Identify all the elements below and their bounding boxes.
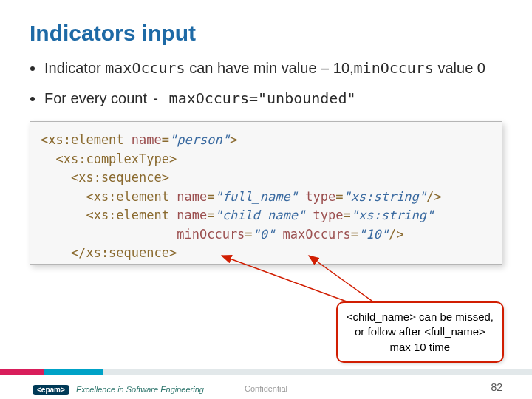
callout-line: <child_name> can be missed, [347, 310, 494, 323]
bullet-item: For every count - maxOccurs="unbounded" [44, 88, 502, 109]
slide-title: Indicators input [30, 21, 502, 46]
code-text: maxOccurs [105, 59, 185, 77]
footer-color-bar [0, 369, 532, 375]
text: value 0 [434, 60, 485, 76]
code-block: <xs:element name="person"> <xs:complexTy… [30, 121, 502, 265]
bullet-item: Indicator maxOccurs can have min value –… [44, 58, 502, 79]
text: Indicator [44, 60, 105, 76]
code-text: - maxOccurs="unbounded" [151, 89, 356, 107]
callout-line: max 10 time [390, 341, 451, 353]
callout-box: <child_name> can be missed, or follow af… [336, 301, 504, 363]
callout-line: or follow after <full_name> [355, 325, 485, 338]
text: can have min value – 10, [185, 60, 354, 76]
text: For every count [44, 90, 151, 106]
bullet-list: Indicator maxOccurs can have min value –… [30, 58, 502, 109]
page-number: 82 [491, 381, 502, 393]
slide-footer: <epam> Excellence in Software Engineerin… [0, 369, 532, 399]
code-text: minOccurs [354, 59, 434, 77]
footer-confidential: Confidential [0, 384, 532, 393]
